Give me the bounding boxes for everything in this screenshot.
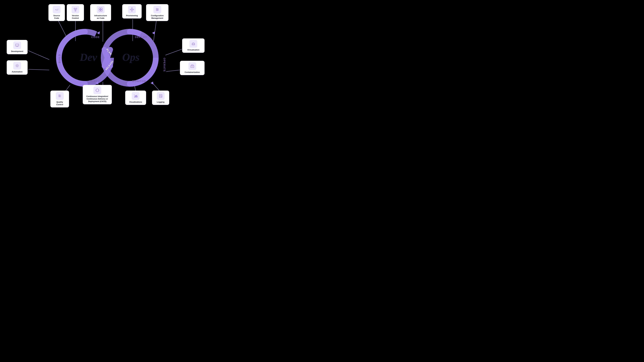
dev-label: Dev [80,51,97,63]
phase-operate: OPERATE [163,58,166,72]
card-provisioning: Provisioning [122,4,142,18]
containerization-label: Containerization [185,71,200,74]
quality-control-icon [56,92,64,100]
config-mgmt-icon [154,6,161,13]
phase-build: BUILD [58,54,61,63]
phase-monitor: MONITOR [132,80,146,83]
svg-point-49 [16,65,18,66]
svg-rect-62 [136,95,136,97]
infrastructure-icon [97,6,104,13]
logging-icon [157,92,164,100]
provisioning-icon [128,6,136,13]
card-cicd: Continuous Integration/Continuous Delive… [83,85,112,104]
svg-line-6 [28,69,49,70]
svg-point-34 [133,9,134,10]
phase-code: CODE [91,36,100,38]
card-virtualization: Virtualization [182,38,204,53]
provisioning-label: Provisioning [126,14,138,17]
card-automation: Automation [7,60,28,75]
svg-point-33 [130,9,131,10]
card-source-code: </> Source Code [48,4,65,21]
development-label: Development [11,50,23,53]
svg-line-25 [76,9,76,10]
svg-marker-16 [97,31,100,34]
svg-rect-26 [99,8,100,9]
visualizations-label: Visualizations [129,101,142,103]
automation-icon [13,62,21,69]
logging-label: Logging [157,101,164,103]
card-version-control: VersionControl [67,4,84,21]
virtualization-label: Virtualization [187,49,199,51]
card-infrastructure: Infrastructureas Code [90,4,111,21]
automation-label: Automation [12,71,22,73]
source-code-icon: </> [53,6,60,13]
version-control-icon [72,6,79,13]
svg-rect-27 [101,8,102,9]
svg-point-32 [132,10,132,11]
phase-test: TEST [90,80,97,83]
svg-point-44 [156,10,158,11]
svg-rect-50 [192,44,195,45]
infrastructure-label: Infrastructureas Code [94,14,107,19]
source-code-label: Source Code [53,14,60,19]
quality-control-label: QualityControl [56,101,63,106]
svg-rect-29 [101,10,102,11]
svg-text:</>: </> [16,44,19,46]
ops-label: Ops [122,51,140,63]
svg-point-30 [131,9,132,10]
cicd-label: Continuous Integration/Continuous Delive… [86,95,108,103]
card-development: </> Development [7,40,28,54]
devops-diagram: Dev Ops CODE BUILD TEST PLAN RELEASE DEP… [4,1,210,119]
svg-point-43 [158,9,158,10]
svg-line-24 [74,9,76,10]
svg-rect-63 [137,96,138,97]
svg-marker-18 [152,31,155,34]
infinity-loop: Dev Ops CODE BUILD TEST PLAN RELEASE DEP… [46,26,168,90]
svg-point-21 [74,8,75,9]
svg-text:</>: </> [55,8,59,11]
cicd-icon [94,86,101,94]
svg-point-23 [75,10,76,11]
visualizations-icon [132,92,140,100]
svg-point-22 [76,8,77,9]
virtualization-icon [190,40,197,48]
svg-line-5 [28,51,49,60]
svg-point-42 [156,8,157,9]
card-config-mgmt: ConfigurationManagement [146,4,168,21]
svg-point-31 [132,7,132,8]
version-control-label: VersionControl [72,14,79,19]
phase-deploy: DEPLOY [135,36,147,38]
development-icon: </> [13,41,21,49]
card-logging: Logging [152,91,169,105]
card-quality-control: QualityControl [50,91,69,107]
svg-rect-28 [99,10,100,11]
card-visualizations: Visualizations [125,91,146,105]
svg-rect-60 [134,96,135,97]
svg-rect-61 [135,96,136,97]
containerization-icon [188,62,196,70]
svg-marker-19 [150,82,154,85]
config-mgmt-label: ConfigurationManagement [151,14,164,19]
card-containerization: Containerization [180,61,204,75]
